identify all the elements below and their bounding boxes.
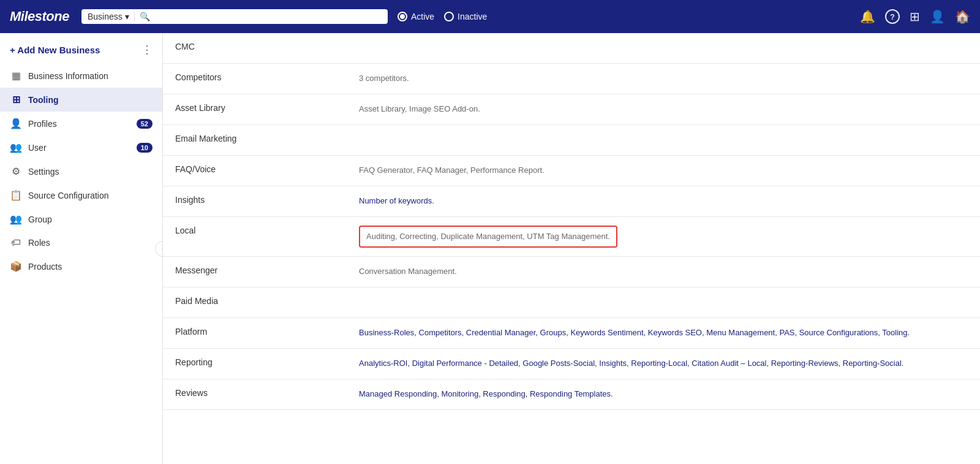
row-value: FAQ Generator, FAQ Manager, Performance … (359, 164, 968, 177)
row-label: Reporting (175, 357, 359, 367)
search-bar: Business ▾ 🔍 (81, 9, 388, 24)
active-radio[interactable]: Active (398, 12, 434, 21)
group-icon: 👥 (10, 213, 22, 225)
grid-icon: ▦ (10, 70, 22, 82)
row-label: Asset Library (175, 103, 359, 113)
row-label: Reviews (175, 388, 359, 398)
sidebar-label-business-information: Business Information (28, 71, 108, 81)
logo: Milestone (10, 9, 69, 25)
row-label: CMC (175, 42, 359, 51)
row-label: Messenger (175, 265, 359, 275)
sidebar-item-settings[interactable]: ⚙ Settings (0, 159, 162, 183)
sidebar-item-roles[interactable]: 🏷 Roles (0, 231, 162, 254)
table-row: InsightsNumber of keywords. (163, 186, 980, 217)
sidebar-item-user[interactable]: 👥 User 10 (0, 135, 162, 159)
row-label: Paid Media (175, 296, 359, 306)
search-dropdown-label: Business (88, 12, 123, 21)
table-row: ReportingAnalytics-ROI, Digital Performa… (163, 349, 980, 379)
table-row: FAQ/VoiceFAQ Generator, FAQ Manager, Per… (163, 156, 980, 186)
sidebar-label-profiles: Profiles (28, 119, 57, 129)
add-business-section: + Add New Business ⋮ (0, 33, 162, 64)
tooling-table: CMCCompetitors3 competitors.Asset Librar… (163, 33, 980, 410)
sidebar-item-tooling[interactable]: ⊞ Tooling (0, 88, 162, 112)
row-label: Platform (175, 327, 359, 337)
row-value: Conversation Management. (359, 265, 968, 278)
sidebar-label-user: User (28, 143, 47, 153)
main-content: CMCCompetitors3 competitors.Asset Librar… (163, 33, 980, 464)
add-new-business-button[interactable]: + Add New Business (10, 45, 100, 55)
box-icon: 📦 (10, 261, 22, 272)
row-value: Number of keywords. (359, 195, 968, 207)
row-value: Auditing, Correcting, Duplicate Manageme… (359, 226, 968, 248)
user-badge: 10 (137, 143, 153, 153)
inactive-label: Inactive (458, 12, 487, 21)
table-row: Email Marketing (163, 125, 980, 156)
inactive-radio[interactable]: Inactive (444, 12, 487, 21)
active-label: Active (411, 12, 434, 21)
table-row: Paid Media (163, 287, 980, 318)
user-icon: 👥 (10, 142, 22, 153)
search-input[interactable] (155, 12, 382, 21)
sidebar-item-source-configuration[interactable]: 📋 Source Configuration (0, 183, 162, 207)
gear-icon: ⚙ (10, 165, 22, 177)
help-icon[interactable]: ? (885, 9, 900, 24)
table-row: ReviewsManaged Responding, Monitoring, R… (163, 379, 980, 410)
table-row: LocalAuditing, Correcting, Duplicate Man… (163, 217, 980, 257)
row-value: Asset Library, Image SEO Add-on. (359, 103, 968, 115)
grid2-icon: ⊞ (10, 94, 22, 105)
highlighted-value: Auditing, Correcting, Duplicate Manageme… (359, 226, 617, 248)
bell-icon[interactable]: 🔔 (860, 9, 875, 24)
inactive-radio-circle (444, 12, 454, 21)
home-icon[interactable]: 🏠 (955, 9, 970, 24)
row-value: Managed Responding, Monitoring, Respondi… (359, 388, 968, 400)
row-label: FAQ/Voice (175, 164, 359, 174)
sidebar-item-group[interactable]: 👥 Group (0, 207, 162, 231)
sidebar-label-source-configuration: Source Configuration (28, 191, 109, 200)
active-radio-circle (398, 12, 407, 21)
sidebar-label-tooling: Tooling (28, 95, 59, 105)
person-icon: 👤 (10, 118, 22, 129)
header-right: 🔔 ? ⊞ 👤 🏠 (860, 9, 970, 24)
row-value: Business-Roles, Competitors, Credential … (359, 327, 968, 339)
row-label: Email Marketing (175, 134, 359, 143)
tag-icon: 🏷 (10, 237, 22, 248)
dropdown-chevron-icon: ▾ (125, 12, 129, 21)
profiles-badge: 52 (137, 119, 153, 129)
table-row: MessengerConversation Management. (163, 257, 980, 287)
sidebar-item-business-information[interactable]: ▦ Business Information (0, 64, 162, 88)
book-icon: 📋 (10, 189, 22, 201)
sidebar-item-products[interactable]: 📦 Products (0, 254, 162, 278)
sidebar-label-products: Products (28, 262, 62, 272)
search-dropdown[interactable]: Business ▾ (88, 12, 135, 21)
sidebar-item-profiles[interactable]: 👤 Profiles 52 (0, 112, 162, 135)
table-row: Asset LibraryAsset Library, Image SEO Ad… (163, 94, 980, 125)
table-row: CMC (163, 33, 980, 64)
sidebar-label-settings: Settings (28, 167, 59, 177)
status-radio-group: Active Inactive (398, 12, 487, 21)
search-icon: 🔍 (140, 12, 150, 21)
row-label: Local (175, 226, 359, 235)
sidebar-nav: ▦ Business Information ⊞ Tooling 👤 Profi… (0, 64, 162, 278)
layout: + Add New Business ⋮ ▦ Business Informat… (0, 33, 980, 464)
row-value: Analytics-ROI, Digital Performance - Det… (359, 357, 968, 370)
row-value: 3 competitors. (359, 72, 968, 85)
table-row: PlatformBusiness-Roles, Competitors, Cre… (163, 318, 980, 349)
sidebar: + Add New Business ⋮ ▦ Business Informat… (0, 33, 163, 464)
account-icon[interactable]: 👤 (930, 9, 945, 24)
row-label: Competitors (175, 72, 359, 82)
sidebar-label-group: Group (28, 215, 52, 224)
sidebar-label-roles: Roles (28, 238, 50, 248)
row-label: Insights (175, 195, 359, 205)
table-row: Competitors3 competitors. (163, 64, 980, 94)
apps-icon[interactable]: ⊞ (910, 9, 920, 24)
header: Milestone Business ▾ 🔍 Active Inactive 🔔… (0, 0, 980, 33)
three-dots-menu[interactable]: ⋮ (141, 43, 153, 56)
